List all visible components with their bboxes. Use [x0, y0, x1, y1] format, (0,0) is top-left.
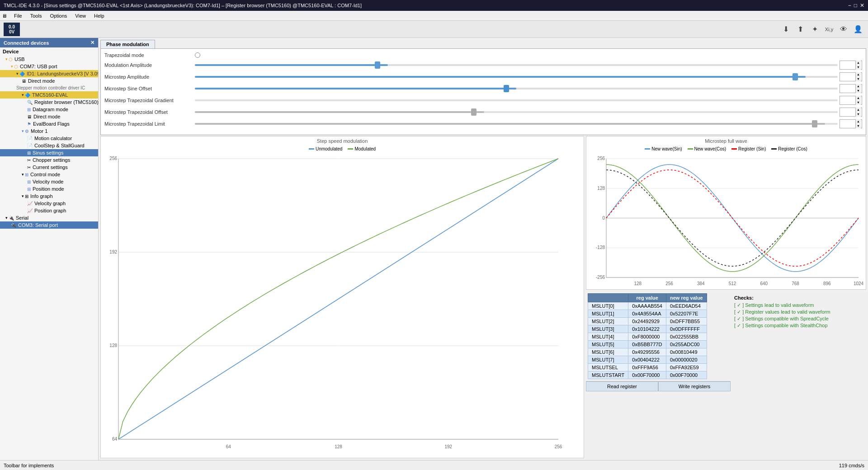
sidebar-item-position-mode[interactable]: ⊞ Position mode	[0, 185, 98, 193]
menu-help[interactable]: Help	[90, 12, 108, 19]
trap-gradient-up[interactable]: ▲	[855, 96, 861, 100]
sidebar-item-evalboard[interactable]: ⚑ EvalBoard Flags	[0, 120, 98, 127]
mod-dot	[348, 148, 353, 150]
menu-view[interactable]: View	[71, 12, 90, 19]
row-reg: 0x00F70000	[628, 371, 666, 379]
checks-list: [ ✓ ] Settings lead to valid waveform[ ✓…	[734, 302, 863, 329]
trap-gradient-down[interactable]: ▼	[855, 100, 861, 105]
sidebar-item-id1[interactable]: ▾ 🔷 ID1: LandungsbrueckeV3 [V 3.09]	[0, 70, 98, 77]
sidebar-item-direct2[interactable]: 🖥 Direct mode	[0, 113, 98, 120]
col-name-header	[588, 294, 628, 302]
phase-mod-tab[interactable]: Phase modulation	[100, 40, 155, 48]
trap-offset-down[interactable]: ▼	[855, 112, 861, 117]
row-new-reg: 0xEED6AD54	[666, 302, 707, 310]
sidebar-item-serial[interactable]: ▾ 🔌 Serial	[0, 214, 98, 221]
trap-offset-thumb[interactable]	[471, 108, 476, 116]
mod-amp-input[interactable]: -27	[840, 62, 855, 68]
minimize-btn[interactable]: −	[848, 2, 851, 9]
read-register-btn[interactable]: Read register	[586, 381, 658, 391]
sidebar-item-coolstep[interactable]: 📄 CoolStep & StallGuard	[0, 142, 98, 149]
trap-limit-thumb[interactable]	[812, 120, 817, 127]
menu-tools[interactable]: Tools	[27, 12, 46, 19]
register-table-container: reg value new reg value MSLUT[0] 0xAAAAB…	[586, 291, 731, 458]
menu-file[interactable]: File	[10, 12, 26, 19]
trap-limit-down[interactable]: ▼	[855, 124, 861, 128]
row-new-reg: 0x022555BB	[666, 333, 707, 341]
sidebar-item-datagram[interactable]: ⊞ Datagram mode	[0, 106, 98, 113]
new-cos-label: New wave(Cos)	[694, 146, 726, 151]
microstep-sine-thumb[interactable]	[504, 85, 509, 92]
sidebar-item-sinus[interactable]: ⊞ Sinus settings	[0, 149, 98, 156]
wand-btn[interactable]: ✦	[808, 23, 821, 36]
microstep-amp-up[interactable]: ▲	[855, 72, 861, 77]
content-area: Phase modulation Trapezoidal mode Modula…	[99, 38, 868, 460]
row-name: MSLUT[5]	[588, 341, 628, 348]
upload-btn[interactable]: ⬆	[794, 23, 807, 36]
sidebar-item-chopper[interactable]: ✂ Chopper settings	[0, 156, 98, 164]
sidebar-item-com3[interactable]: 🔌 COM3: Serial port	[0, 221, 98, 229]
eye-btn[interactable]: 👁	[837, 23, 850, 36]
col-new-reg-header: new reg value	[666, 294, 707, 302]
trap-offset-up[interactable]: ▲	[855, 108, 861, 112]
usb-icon: ⬡	[9, 57, 13, 62]
maximize-btn[interactable]: □	[854, 2, 857, 9]
microstep-amp-thumb[interactable]	[793, 73, 798, 80]
microstep-sine-down[interactable]: ▼	[855, 89, 861, 93]
new-sin-label: New wave(Sin)	[651, 146, 682, 151]
mod-amp-thumb[interactable]	[375, 61, 380, 69]
sidebar-item-tmc5160[interactable]: ▾ 🔷 TMC5160-EVAL	[0, 91, 98, 99]
microstep-sine-fill	[195, 88, 516, 89]
reg-cos-label: Register (Cos)	[778, 146, 807, 151]
sidebar-item-velocity-mode[interactable]: ⊞ Velocity mode	[0, 178, 98, 185]
person-btn[interactable]: 👤	[852, 23, 864, 36]
trap-gradient-input[interactable]: 1.00	[840, 98, 855, 103]
sidebar-motor1-label: Motor 1	[31, 128, 47, 134]
sidebar-item-direct1[interactable]: 🖥 Direct mode	[0, 77, 98, 85]
calc-icon: 📄	[27, 136, 33, 141]
microstep-chart-area	[586, 152, 866, 289]
trap-limit-input[interactable]: 247	[840, 121, 855, 127]
legend-modulated: Modulated	[348, 146, 376, 151]
trap-limit-up[interactable]: ▲	[855, 119, 861, 124]
trapezoidal-radio[interactable]	[195, 52, 200, 58]
legend-reg-sin: Register (Sin)	[731, 146, 766, 151]
microstep-sine-up[interactable]: ▲	[855, 84, 861, 89]
microstep-amp-input[interactable]: 248	[840, 74, 855, 80]
microstep-sine-label: Microstep Sine Offset	[104, 86, 195, 91]
sidebar-item-motion-calc[interactable]: 📄 Motion calculator	[0, 135, 98, 142]
mod-amp-up[interactable]: ▲	[855, 61, 861, 65]
sidebar-item-current[interactable]: ✂ Current settings	[0, 164, 98, 171]
mod-amp-down[interactable]: ▼	[855, 65, 861, 70]
menu-options[interactable]: Options	[46, 12, 71, 19]
sidebar-item-com7[interactable]: ▾ ⬡ COM7: USB port	[0, 63, 98, 70]
row-new-reg: 0x00F70000	[666, 371, 707, 379]
close-btn[interactable]: ✕	[860, 2, 864, 9]
microstep-sine-input[interactable]: -1	[840, 86, 855, 91]
sidebar-item-control-mode[interactable]: ▾ ⊞ Control mode	[0, 171, 98, 178]
serial-icon: 🔌	[9, 216, 14, 221]
microstep-amp-track	[195, 76, 838, 78]
table-row: MSLUT[1] 0x4A9554AA 0x52207F7E	[588, 310, 707, 318]
table-row: MSLUT[6] 0x49295556 0x00810449	[588, 348, 707, 356]
sidebar-item-velocity-graph[interactable]: 📈 Velocity graph	[0, 200, 98, 207]
sidebar-item-usb[interactable]: ▾ ⬡ USB	[0, 56, 98, 63]
trap-offset-input[interactable]: 0	[840, 109, 855, 115]
main-layout: Connected devices ✕ Device ▾ ⬡ USB ▾ ⬡ C…	[0, 38, 868, 460]
microstep-amp-fill	[195, 76, 806, 78]
xy-btn[interactable]: Xi,y	[823, 23, 835, 36]
sidebar-velocity-graph-label: Velocity graph	[34, 201, 66, 206]
sidebar-item-info-graph[interactable]: ▾ ⊞ Info graph	[0, 193, 98, 200]
sidebar-item-motor1[interactable]: ▾ ⚙ Motor 1	[0, 127, 98, 135]
download-btn[interactable]: ⬇	[779, 23, 792, 36]
checks-panel: Checks: [ ✓ ] Settings lead to valid wav…	[731, 291, 866, 458]
write-registers-btn[interactable]: Write registers	[658, 381, 731, 391]
microstep-legend: New wave(Sin) New wave(Cos) Register (Si…	[586, 146, 866, 152]
microstep-amp-down[interactable]: ▼	[855, 77, 861, 81]
bottom-buttons: Read register Write registers	[586, 381, 731, 391]
trap-limit-label: Microstep Trapezoidal Limit	[104, 121, 195, 127]
step-speed-canvas	[103, 154, 563, 451]
expand-icon: ▾	[16, 71, 19, 76]
sidebar-item-position-graph[interactable]: 📈 Position graph	[0, 207, 98, 214]
sidebar-close-icon[interactable]: ✕	[90, 40, 94, 46]
sidebar-item-register-browser[interactable]: 🔍 Register browser (TMC5160)	[0, 99, 98, 106]
